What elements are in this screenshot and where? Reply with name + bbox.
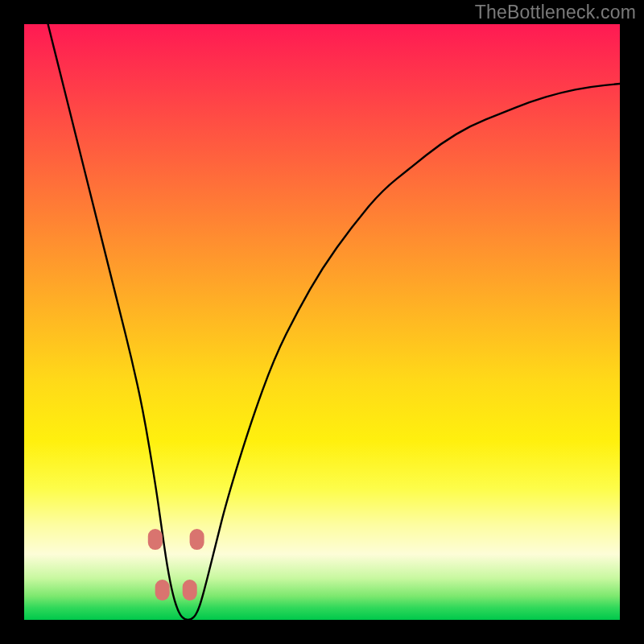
curve-svg: [24, 24, 620, 620]
bottleneck-curve: [48, 24, 620, 620]
marker-0: [148, 529, 163, 550]
chart-container: TheBottleneck.com: [0, 0, 644, 644]
marker-3: [190, 529, 204, 550]
marker-2: [183, 580, 197, 601]
plot-area: [24, 24, 620, 620]
marker-1: [155, 580, 170, 601]
watermark-text: TheBottleneck.com: [475, 2, 636, 23]
